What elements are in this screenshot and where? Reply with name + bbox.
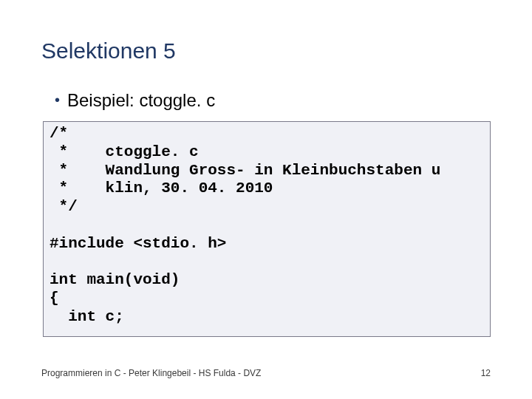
page-number: 12 — [481, 368, 491, 378]
code-content: /* * ctoggle. c * Wandlung Gross- in Kle… — [50, 125, 484, 326]
bullet-item: • Beispiel: ctoggle. c — [55, 90, 491, 111]
bullet-text: Beispiel: ctoggle. c — [67, 90, 215, 111]
bullet-dot-icon: • — [55, 92, 60, 107]
footer-text: Programmieren in C - Peter Klingebeil - … — [41, 368, 261, 378]
slide-title: Selektionen 5 — [41, 38, 491, 64]
code-block: /* * ctoggle. c * Wandlung Gross- in Kle… — [43, 121, 491, 337]
slide: Selektionen 5 • Beispiel: ctoggle. c /* … — [0, 0, 532, 399]
